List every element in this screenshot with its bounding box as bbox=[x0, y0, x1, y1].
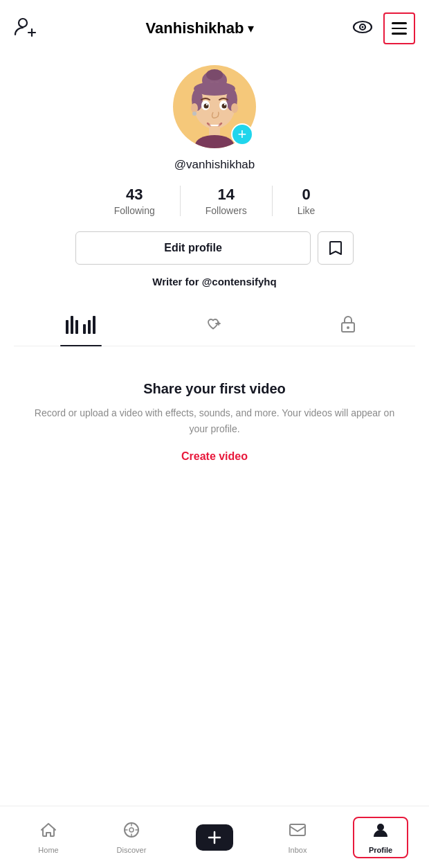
nav-home[interactable]: Home bbox=[21, 821, 76, 854]
eye-button[interactable] bbox=[352, 16, 374, 41]
add-to-profile-button[interactable]: + bbox=[231, 123, 253, 145]
create-video-button[interactable]: Create video bbox=[181, 450, 248, 463]
grid-icon bbox=[66, 316, 95, 334]
bookmark-button[interactable] bbox=[318, 231, 354, 265]
nav-post[interactable] bbox=[187, 824, 242, 851]
username-text: Vanhishikhab bbox=[146, 19, 244, 37]
svg-point-5 bbox=[361, 26, 363, 28]
action-buttons: Edit profile bbox=[14, 231, 415, 265]
inbox-icon bbox=[289, 821, 307, 843]
svg-point-13 bbox=[231, 103, 238, 113]
profile-username-title[interactable]: Vanhishikhab ▾ bbox=[146, 19, 255, 37]
add-person-icon bbox=[14, 15, 37, 39]
tab-private[interactable] bbox=[282, 304, 415, 346]
svg-rect-35 bbox=[290, 824, 305, 835]
svg-point-0 bbox=[19, 19, 27, 27]
likes-stat[interactable]: 0 Like bbox=[273, 186, 340, 216]
bio: Writer for @contensifyhq bbox=[152, 276, 276, 287]
empty-state-title: Share your first video bbox=[143, 381, 286, 397]
profile-icon bbox=[372, 821, 390, 843]
menu-button[interactable] bbox=[383, 12, 415, 44]
bookmark-icon bbox=[327, 240, 344, 256]
empty-state: Share your first video Record or upload … bbox=[0, 346, 429, 490]
following-label: Following bbox=[114, 205, 155, 216]
plus-icon bbox=[207, 830, 222, 845]
edit-profile-button[interactable]: Edit profile bbox=[75, 231, 311, 265]
followers-label: Followers bbox=[206, 205, 247, 216]
top-bar-actions bbox=[352, 12, 415, 44]
nav-discover-label: Discover bbox=[117, 846, 147, 854]
lock-icon bbox=[338, 314, 358, 336]
svg-point-14 bbox=[192, 112, 197, 116]
heart-linked-icon bbox=[205, 314, 224, 336]
svg-point-26 bbox=[347, 326, 349, 329]
eye-icon bbox=[352, 16, 374, 38]
bottom-nav: Home Discover bbox=[0, 806, 429, 868]
nav-inbox-label: Inbox bbox=[289, 846, 307, 854]
menu-line-1 bbox=[392, 22, 407, 24]
following-stat[interactable]: 43 Following bbox=[89, 186, 181, 216]
post-button[interactable] bbox=[196, 824, 233, 851]
bio-text-prefix: Writer for bbox=[152, 276, 201, 287]
menu-line-2 bbox=[392, 28, 407, 30]
svg-point-22 bbox=[195, 135, 234, 148]
svg-point-28 bbox=[129, 828, 134, 832]
nav-discover[interactable]: Discover bbox=[104, 821, 159, 854]
nav-inbox[interactable]: Inbox bbox=[270, 821, 325, 854]
tab-videos[interactable] bbox=[14, 304, 147, 346]
followers-stat[interactable]: 14 Followers bbox=[181, 186, 273, 216]
discover-icon bbox=[122, 821, 140, 843]
bio-mention[interactable]: @contensifyhq bbox=[202, 276, 277, 287]
home-icon bbox=[39, 821, 57, 843]
likes-label: Like bbox=[298, 205, 316, 216]
svg-point-19 bbox=[206, 104, 208, 105]
svg-point-36 bbox=[377, 824, 384, 831]
svg-point-11 bbox=[194, 82, 235, 96]
following-count: 43 bbox=[126, 186, 143, 204]
dropdown-arrow: ▾ bbox=[248, 21, 254, 36]
nav-profile[interactable]: Profile bbox=[353, 817, 408, 858]
top-bar: Vanhishikhab ▾ bbox=[0, 0, 429, 51]
profile-section: + @vanhishikhab 43 Following 14 Follower… bbox=[0, 51, 429, 346]
followers-count: 14 bbox=[217, 186, 234, 204]
nav-profile-label: Profile bbox=[369, 846, 392, 854]
empty-state-description: Record or upload a video with effects, s… bbox=[28, 405, 401, 436]
add-friend-button[interactable] bbox=[14, 15, 48, 42]
svg-point-20 bbox=[224, 104, 226, 105]
likes-count: 0 bbox=[302, 186, 310, 204]
avatar-wrapper: + bbox=[173, 65, 256, 148]
tab-liked[interactable] bbox=[147, 304, 281, 346]
username-handle: @vanhishikhab bbox=[174, 158, 255, 172]
menu-line-3 bbox=[392, 33, 407, 35]
nav-home-label: Home bbox=[38, 846, 58, 854]
tabs-row bbox=[14, 304, 415, 346]
svg-point-12 bbox=[191, 103, 198, 113]
svg-point-7 bbox=[206, 69, 223, 80]
stats-row: 43 Following 14 Followers 0 Like bbox=[89, 186, 340, 216]
